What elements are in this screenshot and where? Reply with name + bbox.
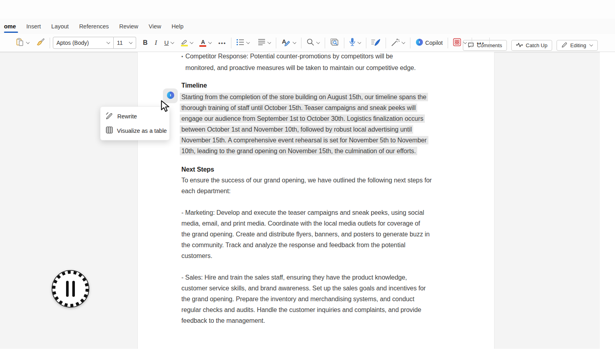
- bullet-paragraph[interactable]: •Competitor Response: Potential counter-…: [181, 52, 454, 73]
- apps-grid-button[interactable]: [451, 36, 469, 50]
- toolbar-divider: [489, 38, 490, 48]
- find-in-pages-button[interactable]: [328, 36, 341, 50]
- copilot-logo-icon: [415, 38, 424, 48]
- tab-layout[interactable]: Layout: [46, 19, 74, 34]
- chevron-down-icon: [26, 40, 30, 44]
- chevron-down-icon: [107, 40, 110, 44]
- active-tab-underline: [4, 32, 18, 33]
- ribbon: ome Insert Layout References Review View…: [0, 0, 615, 52]
- chevron-down-icon: [267, 40, 271, 44]
- chevron-down-icon: [293, 40, 296, 44]
- document-body: •Competitor Response: Potential counter-…: [138, 52, 494, 326]
- paste-button[interactable]: [14, 36, 32, 50]
- chevron-down-icon: [316, 40, 320, 44]
- right-margin-strip: [600, 52, 615, 364]
- tab-review[interactable]: Review: [114, 19, 144, 34]
- list-bullet: •: [181, 52, 185, 62]
- bullet-list-button[interactable]: [234, 37, 252, 49]
- editor-quill-icon: [371, 38, 381, 48]
- chevron-down-icon: [208, 40, 212, 44]
- table-grid-icon: [106, 126, 113, 135]
- word-web-app: ome Insert Layout References Review View…: [0, 0, 615, 364]
- underline-button[interactable]: U: [162, 38, 176, 48]
- highlighter-pen-icon: [181, 39, 188, 46]
- auto-format-wand-button[interactable]: [389, 36, 407, 50]
- chevron-down-icon: [463, 40, 467, 44]
- rewrite-pen-icon: [106, 112, 113, 121]
- highlighted-timeline-paragraph[interactable]: Starting from the completion of the stor…: [181, 92, 454, 156]
- chevron-down-icon: [129, 40, 133, 44]
- menu-item-rewrite[interactable]: Rewrite: [100, 109, 169, 124]
- timeline-heading[interactable]: Timeline: [181, 80, 454, 91]
- search-button[interactable]: [304, 36, 322, 49]
- pause-bar-left: [66, 281, 69, 297]
- toolbar-divider: [448, 38, 448, 48]
- copilot-button[interactable]: Copilot: [413, 36, 445, 50]
- more-font-options-button[interactable]: •••: [216, 38, 228, 48]
- search-icon: [306, 38, 314, 48]
- toolbar-divider: [325, 38, 325, 48]
- sales-paragraph[interactable]: - Sales: Hire and train the sales staff,…: [181, 272, 454, 326]
- magic-wand-icon: [391, 38, 400, 48]
- chevron-down-icon: [402, 40, 405, 44]
- menu-tabs: ome Insert Layout References Review View…: [0, 19, 189, 34]
- toolbar-divider: [276, 38, 276, 48]
- more-toolbar-options-button[interactable]: •••: [475, 38, 487, 48]
- tab-help[interactable]: Help: [167, 19, 189, 34]
- toolbar: Aptos (Body) 11 B I U: [0, 34, 615, 52]
- next-steps-intro-paragraph[interactable]: To ensure the success of our grand openi…: [181, 175, 454, 196]
- menu-bar: ome Insert Layout References Review View…: [0, 19, 615, 34]
- bullet-list-icon: [236, 38, 244, 47]
- font-color-icon: A: [199, 39, 206, 47]
- svg-text:A: A: [282, 38, 286, 45]
- italic-button[interactable]: I: [153, 37, 159, 48]
- toolbar-divider: [301, 38, 301, 48]
- menu-item-visualize-as-table[interactable]: Visualize as a table: [100, 124, 169, 138]
- align-justify-icon: [258, 38, 265, 47]
- tab-home[interactable]: ome: [1, 19, 21, 34]
- pause-bar-right: [72, 281, 75, 297]
- toolbar-divider: [344, 38, 344, 48]
- paste-clipboard-icon: [16, 38, 24, 48]
- marketing-paragraph[interactable]: - Marketing: Develop and execute the tea…: [181, 207, 454, 261]
- bottom-margin-strip: [0, 349, 615, 364]
- font-size-select[interactable]: 11: [114, 37, 136, 49]
- alignment-button[interactable]: [256, 37, 273, 49]
- styles-icon: A: [281, 38, 291, 48]
- toolbar-divider: [472, 38, 472, 48]
- text-highlight-button[interactable]: [179, 38, 195, 48]
- editor-button[interactable]: [369, 36, 383, 50]
- dictate-button[interactable]: [347, 36, 363, 50]
- tab-view[interactable]: View: [143, 19, 166, 34]
- toolbar-divider: [410, 38, 410, 48]
- toolbar-divider: [231, 38, 231, 48]
- apps-grid-icon: [453, 38, 461, 48]
- toolbar-divider: [50, 38, 50, 48]
- mouse-cursor: [161, 100, 171, 114]
- tab-references[interactable]: References: [74, 19, 114, 34]
- microphone-icon: [349, 38, 356, 48]
- pages-search-icon: [330, 38, 339, 48]
- recording-pause-indicator[interactable]: [51, 269, 90, 308]
- toolbar-divider: [386, 38, 386, 48]
- document-page[interactable]: •Competitor Response: Potential counter-…: [137, 52, 494, 349]
- next-steps-heading[interactable]: Next Steps: [181, 164, 454, 175]
- tab-insert[interactable]: Insert: [21, 19, 46, 34]
- font-color-button[interactable]: A: [197, 38, 214, 48]
- copilot-logo-icon: [166, 91, 175, 101]
- font-name-select[interactable]: Aptos (Body): [53, 37, 114, 49]
- toolbar-divider: [366, 38, 366, 48]
- chevron-down-icon: [190, 40, 193, 44]
- format-painter-brush-icon: [36, 38, 45, 48]
- chevron-down-icon: [246, 40, 250, 44]
- chevron-down-icon: [358, 40, 361, 44]
- format-painter-button[interactable]: [34, 36, 47, 49]
- chevron-down-icon: [171, 40, 174, 44]
- styles-button[interactable]: A: [279, 36, 298, 50]
- bold-button[interactable]: B: [141, 38, 150, 48]
- copilot-context-menu: Rewrite Visualize as a table: [100, 106, 170, 140]
